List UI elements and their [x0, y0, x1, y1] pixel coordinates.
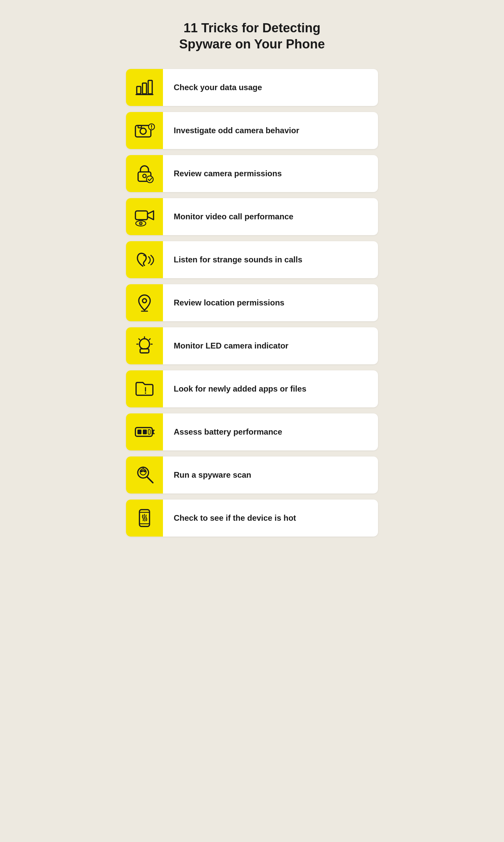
item-label-camera-behavior: Investigate odd camera behavior: [163, 125, 310, 136]
camera-behavior-icon-box: [126, 112, 163, 149]
spyware-scan-icon-box: [126, 457, 163, 494]
item-label-data-usage: Check your data usage: [163, 82, 273, 92]
new-apps-icon-box: [126, 371, 163, 407]
svg-rect-33: [143, 430, 147, 434]
svg-rect-34: [148, 430, 150, 434]
item-label-location-permissions: Review location permissions: [163, 297, 295, 308]
folder-warning-icon: [134, 378, 155, 399]
item-label-spyware-scan: Run a spyware scan: [163, 469, 262, 480]
list-item: Listen for strange sounds in calls: [126, 241, 378, 278]
list-item: Look for newly added apps or files: [126, 371, 378, 407]
list-item: Check your data usage: [126, 69, 378, 106]
camera-permissions-icon-box: [126, 155, 163, 192]
location-permissions-icon-box: [126, 284, 163, 321]
item-label-led-indicator: Monitor LED camera indicator: [163, 340, 299, 351]
list-item: Review camera permissions: [126, 155, 378, 192]
main-container: 11 Tricks for Detecting Spyware on Your …: [126, 20, 378, 815]
list-item: Check to see if the device is hot: [126, 500, 378, 536]
item-label-camera-permissions: Review camera permissions: [163, 168, 293, 178]
svg-rect-6: [138, 125, 142, 128]
camera-alert-icon: [134, 120, 155, 141]
video-call-icon-box: [126, 198, 163, 235]
spy-search-icon: [134, 465, 155, 485]
item-label-sounds-calls: Listen for strange sounds in calls: [163, 254, 313, 265]
svg-point-17: [142, 299, 146, 303]
item-label-new-apps: Look for newly added apps or files: [163, 383, 317, 394]
svg-rect-1: [142, 83, 146, 94]
list-item: Assess battery performance: [126, 413, 378, 450]
lock-check-icon: [134, 163, 155, 184]
list-item: Investigate odd camera behavior: [126, 112, 378, 149]
location-pin-icon: [134, 292, 155, 313]
led-indicator-icon-box: [126, 327, 163, 364]
svg-point-11: [143, 174, 146, 178]
svg-rect-2: [148, 81, 152, 94]
svg-point-27: [145, 393, 146, 394]
svg-rect-32: [138, 430, 142, 434]
svg-line-36: [147, 477, 153, 483]
phone-heat-icon: [134, 508, 155, 529]
bar-chart-icon: [134, 77, 155, 98]
battery-low-icon: [134, 422, 155, 442]
svg-rect-0: [137, 86, 141, 94]
list-item: Review location permissions: [126, 284, 378, 321]
list-item: Monitor LED camera indicator: [126, 327, 378, 364]
svg-point-5: [140, 128, 146, 134]
item-label-battery: Assess battery performance: [163, 427, 293, 437]
sounds-calls-icon-box: [126, 241, 163, 278]
tricks-list: Check your data usage Investigate odd ca…: [126, 69, 378, 536]
alarm-light-icon: [134, 336, 155, 356]
data-usage-icon-box: [126, 69, 163, 106]
item-label-device-hot: Check to see if the device is hot: [163, 513, 307, 523]
item-label-video-call: Monitor video call performance: [163, 211, 304, 222]
svg-point-9: [151, 128, 152, 129]
list-item: Run a spyware scan: [126, 457, 378, 494]
video-eye-icon: [134, 206, 155, 227]
ear-sound-icon: [134, 249, 155, 270]
svg-rect-13: [136, 211, 147, 220]
svg-point-16: [141, 223, 142, 224]
svg-point-12: [146, 176, 153, 183]
svg-line-22: [149, 339, 150, 340]
svg-rect-19: [140, 349, 149, 353]
page-title: 11 Tricks for Detecting Spyware on Your …: [126, 20, 378, 52]
svg-line-21: [139, 339, 140, 340]
device-hot-icon-box: [126, 500, 163, 536]
battery-icon-box: [126, 413, 163, 450]
list-item: Monitor video call performance: [126, 198, 378, 235]
